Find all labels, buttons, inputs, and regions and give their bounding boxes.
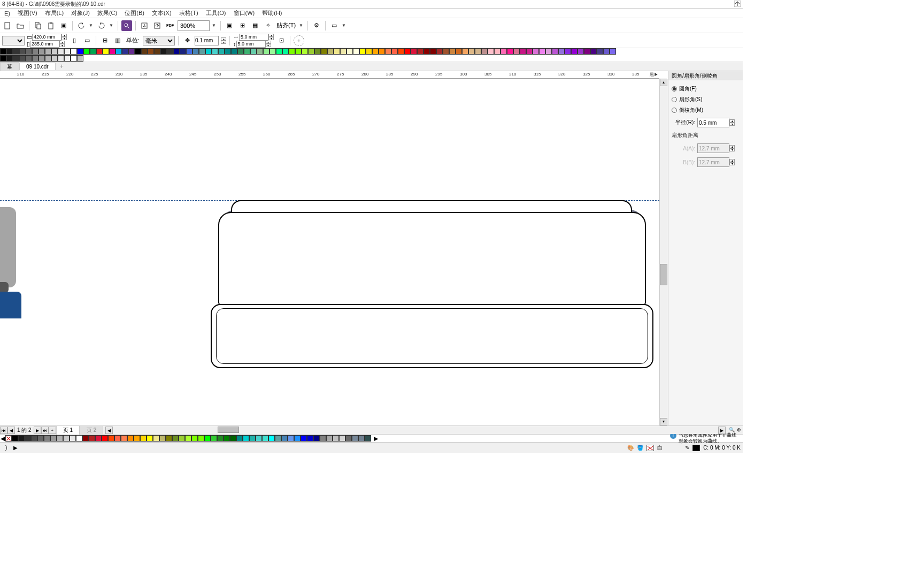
hscroll-thumb[interactable] xyxy=(218,427,239,433)
copy-icon[interactable] xyxy=(33,20,43,31)
no-color-swatch[interactable] xyxy=(5,435,12,442)
color-swatch[interactable] xyxy=(281,435,288,442)
color-swatch[interactable] xyxy=(83,48,90,55)
add-page-icon[interactable]: + xyxy=(49,427,56,434)
color-swatch[interactable] xyxy=(282,48,289,55)
color-swatch[interactable] xyxy=(18,435,25,442)
color-swatch[interactable] xyxy=(12,435,18,442)
color-swatch[interactable] xyxy=(127,435,134,442)
paper-select[interactable] xyxy=(2,36,25,45)
color-swatch[interactable] xyxy=(333,435,339,442)
palette-left-icon[interactable]: ◀ xyxy=(0,435,5,442)
search-icon[interactable] xyxy=(121,20,132,31)
prev-page-icon[interactable]: ◀ xyxy=(7,427,15,434)
shape-dark[interactable] xyxy=(0,282,9,293)
guides-icon[interactable]: ✧ xyxy=(263,20,273,31)
color-swatch[interactable] xyxy=(456,48,462,55)
nudge-input[interactable] xyxy=(195,36,219,45)
color-swatch[interactable] xyxy=(211,435,217,442)
color-swatch[interactable] xyxy=(218,48,225,55)
color-swatch[interactable] xyxy=(610,48,616,55)
color-swatch[interactable] xyxy=(45,48,51,55)
color-swatch[interactable] xyxy=(276,48,282,55)
menu-help[interactable]: 帮助(H) xyxy=(259,8,285,18)
color-swatch[interactable] xyxy=(404,48,411,55)
color-swatch[interactable] xyxy=(26,48,32,55)
color-swatch[interactable] xyxy=(320,435,326,442)
color-swatch[interactable] xyxy=(494,48,500,55)
color-swatch[interactable] xyxy=(166,435,172,442)
color-swatch[interactable] xyxy=(257,48,263,55)
snap-label[interactable]: 贴齐(T) xyxy=(276,21,296,29)
snap-dropdown[interactable]: ▼ xyxy=(299,23,304,28)
options-icon[interactable]: ⚙ xyxy=(311,20,322,31)
color-swatch[interactable] xyxy=(50,435,57,442)
color-swatch[interactable] xyxy=(424,48,430,55)
color-swatch[interactable] xyxy=(275,435,281,442)
color-swatch[interactable] xyxy=(288,435,294,442)
color-swatch[interactable] xyxy=(430,48,436,55)
menu-window[interactable]: 窗口(W) xyxy=(230,8,258,18)
color-swatch[interactable] xyxy=(103,48,109,55)
color-swatch[interactable] xyxy=(417,48,424,55)
color-swatch[interactable] xyxy=(71,48,77,55)
color-swatch[interactable] xyxy=(449,48,456,55)
color-swatch[interactable] xyxy=(590,48,597,55)
layout-dropdown[interactable]: ▼ xyxy=(342,23,347,28)
shape-bot-inner[interactable] xyxy=(216,308,648,364)
color-swatch[interactable] xyxy=(135,48,141,55)
shape-gray[interactable] xyxy=(0,207,16,287)
page-tab-2[interactable]: 页 2 xyxy=(80,425,103,435)
color-swatch[interactable] xyxy=(230,435,236,442)
color-swatch[interactable] xyxy=(6,55,13,62)
color-swatch[interactable] xyxy=(321,48,327,55)
all-pages-icon[interactable]: ⊞ xyxy=(99,35,110,46)
menu-table[interactable]: 表格(T) xyxy=(176,8,202,18)
color-swatch[interactable] xyxy=(237,48,244,55)
color-swatch[interactable] xyxy=(256,435,262,442)
scroll-down-icon[interactable]: ▾ xyxy=(660,418,667,425)
color-swatch[interactable] xyxy=(597,48,603,55)
color-swatch[interactable] xyxy=(308,48,314,55)
color-swatch[interactable] xyxy=(6,48,13,55)
color-swatch[interactable] xyxy=(462,48,468,55)
color-swatch[interactable] xyxy=(192,48,199,55)
color-swatch[interactable] xyxy=(167,48,173,55)
minimize-icon[interactable] xyxy=(734,1,741,8)
color-swatch[interactable] xyxy=(268,435,275,442)
color-swatch[interactable] xyxy=(108,435,114,442)
dupy-down[interactable]: ▾ xyxy=(266,44,271,47)
color-swatch[interactable] xyxy=(468,48,475,55)
color-swatch[interactable] xyxy=(250,48,257,55)
color-swatch[interactable] xyxy=(147,435,153,442)
menu-bitmap[interactable]: 位图(B) xyxy=(121,8,148,18)
vertical-scrollbar[interactable]: ▴ ▾ xyxy=(659,79,668,425)
redo-icon[interactable] xyxy=(96,20,107,31)
color-swatch[interactable] xyxy=(359,48,366,55)
color-swatch[interactable] xyxy=(172,435,179,442)
color-swatch[interactable] xyxy=(179,435,185,442)
color-swatch[interactable] xyxy=(244,48,250,55)
color-swatch[interactable] xyxy=(77,55,83,62)
color-swatch[interactable] xyxy=(379,48,385,55)
color-swatch[interactable] xyxy=(180,48,186,55)
radio-round-corner[interactable]: 圆角(F) xyxy=(671,83,741,94)
color-proof-icon[interactable]: 🎨 xyxy=(627,445,634,451)
color-swatch[interactable] xyxy=(243,435,249,442)
horizontal-scrollbar[interactable]: ◀ ▶ xyxy=(105,427,726,434)
color-swatch[interactable] xyxy=(63,435,70,442)
color-swatch[interactable] xyxy=(173,48,180,55)
color-swatch[interactable] xyxy=(345,435,352,442)
color-swatch[interactable] xyxy=(205,48,212,55)
color-swatch[interactable] xyxy=(224,435,230,442)
radius-down[interactable]: ▾ xyxy=(729,123,735,126)
color-swatch[interactable] xyxy=(25,435,31,442)
color-swatch[interactable] xyxy=(346,48,353,55)
add-tab-icon[interactable]: + xyxy=(56,63,68,70)
import-icon[interactable] xyxy=(139,20,150,31)
color-swatch[interactable] xyxy=(26,55,32,62)
next-page-icon[interactable]: ▶ xyxy=(34,427,41,434)
color-swatch[interactable] xyxy=(45,55,51,62)
dup-y-input[interactable] xyxy=(236,41,266,48)
color-swatch[interactable] xyxy=(153,435,159,442)
